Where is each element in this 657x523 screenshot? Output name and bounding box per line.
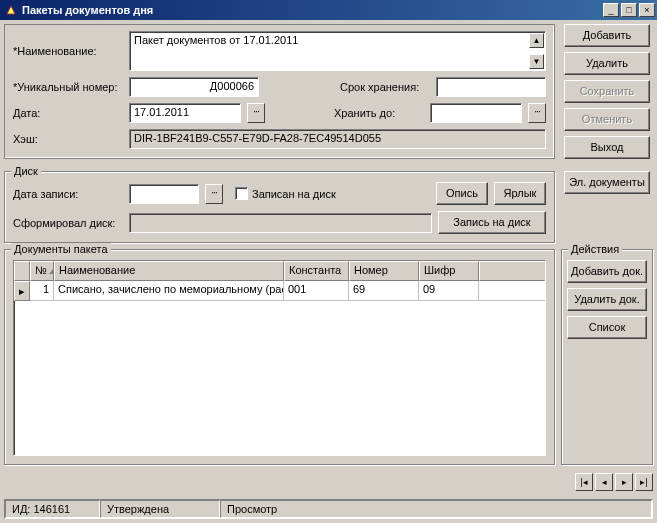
del-doc-button[interactable]: Удалить док. bbox=[567, 288, 647, 311]
nav-buttons: |◂ ◂ ▸ ▸| bbox=[4, 471, 653, 493]
scroll-down-icon[interactable]: ▼ bbox=[529, 54, 544, 69]
cancel-button[interactable]: Отменить bbox=[564, 108, 650, 131]
main-buttons: Добавить Удалить Сохранить Отменить Выхо… bbox=[561, 24, 653, 159]
col-code[interactable]: Шифр bbox=[419, 261, 479, 281]
save-button[interactable]: Сохранить bbox=[564, 80, 650, 103]
statusbar: ИД: 146161 Утверждена Просмотр bbox=[4, 499, 653, 519]
list-button[interactable]: Список bbox=[567, 316, 647, 339]
store-until-label: Хранить до: bbox=[334, 107, 424, 119]
col-n[interactable]: № bbox=[30, 261, 54, 281]
cell-num: 69 bbox=[349, 281, 419, 301]
rec-date-input[interactable] bbox=[129, 184, 199, 204]
date-picker-button[interactable]: ··· bbox=[247, 103, 265, 123]
write-disc-button[interactable]: Запись на диск bbox=[438, 211, 546, 234]
uid-input[interactable]: Д000066 bbox=[129, 77, 259, 97]
written-label: Записан на диск bbox=[252, 188, 336, 200]
retention-input[interactable] bbox=[436, 77, 546, 97]
docs-grid[interactable]: № Наименование Константа Номер Шифр ▸ 1 … bbox=[13, 260, 546, 456]
cell-spacer bbox=[479, 281, 545, 301]
rec-date-picker-button[interactable]: ··· bbox=[205, 184, 223, 204]
maximize-button[interactable]: □ bbox=[621, 3, 637, 17]
edocs-button[interactable]: Эл. документы bbox=[564, 171, 650, 194]
table-row[interactable]: ▸ 1 Списано, зачислено по мемориальному … bbox=[14, 281, 545, 301]
minimize-button[interactable]: _ bbox=[603, 3, 619, 17]
delete-button[interactable]: Удалить bbox=[564, 52, 650, 75]
status-id: ИД: 146161 bbox=[5, 500, 100, 518]
svg-marker-0 bbox=[7, 6, 15, 14]
nav-first-button[interactable]: |◂ bbox=[575, 473, 593, 491]
rec-date-label: Дата записи: bbox=[13, 188, 123, 200]
col-spacer bbox=[479, 261, 545, 281]
add-button[interactable]: Добавить bbox=[564, 24, 650, 47]
titlebar: Пакеты документов дня _ □ × bbox=[0, 0, 657, 20]
col-name[interactable]: Наименование bbox=[54, 261, 284, 281]
date-label: Дата: bbox=[13, 107, 123, 119]
formed-input bbox=[129, 213, 432, 233]
name-value: Пакет документов от 17.01.2011 bbox=[134, 34, 298, 46]
written-checkbox-wrap[interactable]: Записан на диск bbox=[235, 187, 336, 200]
nav-prev-button[interactable]: ◂ bbox=[595, 473, 613, 491]
app-icon bbox=[4, 3, 18, 17]
col-rowhead[interactable] bbox=[14, 261, 30, 281]
label-button[interactable]: Ярлык bbox=[494, 182, 546, 205]
docs-legend: Документы пакета bbox=[11, 243, 111, 255]
store-until-picker-button[interactable]: ··· bbox=[528, 103, 546, 123]
retention-label: Срок хранения: bbox=[340, 81, 430, 93]
add-doc-button[interactable]: Добавить док. bbox=[567, 260, 647, 283]
cell-n: 1 bbox=[30, 281, 54, 301]
name-input[interactable]: Пакет документов от 17.01.2011 ▲ ▼ bbox=[129, 31, 546, 71]
exit-button[interactable]: Выход bbox=[564, 136, 650, 159]
actions-fieldset: Действия Добавить док. Удалить док. Спис… bbox=[561, 249, 653, 465]
date-input[interactable]: 17.01.2011 bbox=[129, 103, 241, 123]
name-label: *Наименование: bbox=[13, 45, 123, 57]
written-checkbox[interactable] bbox=[235, 187, 248, 200]
status-state: Утверждена bbox=[100, 500, 220, 518]
scroll-up-icon[interactable]: ▲ bbox=[529, 33, 544, 48]
nav-next-button[interactable]: ▸ bbox=[615, 473, 633, 491]
hash-label: Хэш: bbox=[13, 133, 123, 145]
col-num[interactable]: Номер bbox=[349, 261, 419, 281]
cell-const: 001 bbox=[284, 281, 349, 301]
actions-legend: Действия bbox=[568, 243, 622, 255]
hash-input: DIR-1BF241B9-C557-E79D-FA28-7EC49514D055 bbox=[129, 129, 546, 149]
status-mode: Просмотр bbox=[220, 500, 652, 518]
window-title: Пакеты документов дня bbox=[22, 4, 603, 16]
formed-label: Сформировал диск: bbox=[13, 217, 123, 229]
col-const[interactable]: Константа bbox=[284, 261, 349, 281]
disc-legend: Диск bbox=[11, 165, 41, 177]
docs-fieldset: Документы пакета № Наименование Констант… bbox=[4, 249, 555, 465]
header-panel: *Наименование: Пакет документов от 17.01… bbox=[4, 24, 555, 159]
cell-name: Списано, зачислено по мемориальному (рас… bbox=[54, 281, 284, 301]
inventory-button[interactable]: Опись bbox=[436, 182, 488, 205]
uid-label: *Уникальный номер: bbox=[13, 81, 123, 93]
row-indicator-icon: ▸ bbox=[14, 281, 30, 301]
disc-fieldset: Диск Дата записи: ··· Записан на диск Оп… bbox=[4, 171, 555, 243]
cell-code: 09 bbox=[419, 281, 479, 301]
nav-last-button[interactable]: ▸| bbox=[635, 473, 653, 491]
close-button[interactable]: × bbox=[639, 3, 655, 17]
store-until-input[interactable] bbox=[430, 103, 522, 123]
